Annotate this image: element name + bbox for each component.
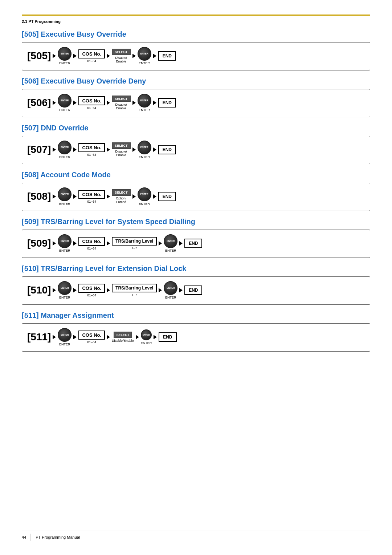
arrow-2-506	[73, 101, 77, 105]
enter2-label-505: ENTER	[139, 61, 150, 65]
trs-box-509: TRS/Barring Level	[112, 237, 157, 246]
enter-step-507: ENTER ENTER	[58, 141, 72, 159]
end-box-509: END	[184, 239, 202, 248]
end-step-507: END	[158, 145, 176, 154]
enter-step-510: ENTER ENTER	[58, 281, 72, 299]
enter2-label-508: ENTER	[139, 202, 150, 206]
diagram-505: [505] ENTER ENTER COS No. 01–64 SELECT D…	[22, 42, 370, 70]
enter-label-508: ENTER	[59, 202, 70, 206]
trs-box-510: TRS/Barring Level	[112, 284, 157, 292]
footer-sep: │	[29, 534, 33, 540]
end-box-508: END	[158, 192, 176, 201]
enter2-label-509: ENTER	[165, 249, 176, 252]
end-box-507: END	[158, 145, 176, 154]
enter-btn-505: ENTER	[58, 47, 72, 61]
diagram-508: [508] ENTER ENTER COS No. 01–64 SELECT O…	[22, 183, 370, 211]
cos-step-507: COS No. 01–64	[78, 143, 105, 157]
arrow-1-507	[53, 147, 56, 152]
code-507: [507]	[27, 144, 51, 155]
enter-btn2-507: ENTER	[138, 141, 151, 154]
trs-step-509: TRS/Barring Level 1–7	[112, 237, 157, 250]
arrow-4-507	[132, 147, 136, 152]
cos-box-506: COS No.	[78, 96, 105, 105]
section-506-title: [506] Executive Busy Override Deny	[22, 77, 370, 85]
code-511: [511]	[27, 331, 51, 343]
arrow-2	[73, 54, 77, 58]
section-511-title: [511] Manager Assignment	[22, 311, 370, 320]
enter-step-508: ENTER ENTER	[58, 187, 72, 206]
enter-btn-506: ENTER	[58, 94, 72, 108]
trs-label-509: 1–7	[132, 246, 137, 250]
select-label-505: Disable/Enable	[115, 56, 127, 63]
select-step-506: SELECT Disable/Enable	[112, 96, 131, 110]
diagram-506: [506] ENTER ENTER COS No. 01–64 SELECT D…	[22, 89, 370, 117]
enter-step-505: ENTER ENTER	[58, 47, 72, 65]
cos-step-505: COS No. 01–64	[78, 49, 105, 63]
arrow-1-511	[53, 335, 56, 339]
enter-btn-509: ENTER	[58, 234, 72, 248]
arrow-3-506	[107, 101, 110, 105]
cos-box-511: COS No.	[78, 331, 105, 340]
arrow-5-510	[179, 288, 183, 292]
diagram-507: [507] ENTER ENTER COS No. 01–64 SELECT D…	[22, 136, 370, 164]
select-label-511: Disable/Enable	[112, 339, 134, 343]
enter2-step-509: ENTER ENTER	[164, 234, 177, 252]
arrow-1-506	[53, 101, 56, 105]
enter-btn-510: ENTER	[58, 281, 72, 295]
code-506: [506]	[27, 97, 51, 109]
end-step-506: END	[158, 98, 176, 108]
enter-btn2-508: ENTER	[138, 187, 151, 201]
enter-btn-508: ENTER	[58, 187, 72, 201]
cos-step-510: COS No. 01–64	[78, 284, 105, 297]
cos-box-505: COS No.	[78, 49, 105, 58]
arrow-3-511	[107, 335, 110, 339]
footer-page: 44	[22, 535, 26, 539]
arrow-2-510	[73, 288, 77, 292]
cos-label-510: 01–64	[87, 293, 96, 297]
enter-step-511: ENTER ENTER	[58, 328, 72, 346]
enter-label-510: ENTER	[59, 296, 70, 299]
select-step-507: SELECT Disable/Enable	[112, 142, 131, 157]
arrow-4-510	[159, 288, 162, 292]
select-step-505: SELECT Disable/Enable	[112, 49, 131, 63]
enter-btn2-506: ENTER	[138, 94, 151, 108]
cos-step-511: COS No. 01–64	[78, 331, 105, 344]
enter-btn2-505: ENTER	[138, 47, 151, 61]
enter-label-507: ENTER	[59, 155, 70, 159]
footer-title: PT Programming Manual	[36, 535, 80, 539]
select-step-508: SELECT Option/Forced	[112, 189, 131, 204]
enter2-step-511: ENTER ENTER	[141, 329, 152, 345]
select-label-507: Disable/Enable	[115, 150, 127, 157]
enter2-step-505: ENTER ENTER	[138, 47, 151, 65]
arrow-2-507	[73, 147, 77, 152]
arrow-3-509	[107, 241, 110, 246]
arrow-3-507	[107, 147, 110, 152]
header-bar	[22, 15, 370, 16]
enter2-label-511: ENTER	[141, 341, 152, 345]
arrow-1-508	[53, 194, 56, 199]
select-step-511: SELECT Disable/Enable	[112, 332, 134, 343]
section-509-title: [509] TRS/Barring Level for System Speed…	[22, 218, 370, 226]
enter2-step-510: ENTER ENTER	[164, 281, 177, 299]
enter-label-505: ENTER	[59, 61, 70, 65]
code-509: [509]	[27, 238, 51, 249]
section-507-title: [507] DND Override	[22, 124, 370, 132]
code-508: [508]	[27, 191, 51, 202]
cos-label-506: 01–64	[87, 106, 96, 110]
arrow-3-508	[107, 194, 110, 199]
diagram-509: [509] ENTER ENTER COS No. 01–64 TRS/Barr…	[22, 230, 370, 258]
select-label-508: Option/Forced	[116, 197, 126, 204]
trs-label-510: 1–7	[132, 293, 137, 297]
cos-label-505: 01–64	[87, 59, 96, 63]
arrow-2-508	[73, 194, 77, 199]
enter-label-511: ENTER	[59, 343, 70, 346]
cos-step-506: COS No. 01–64	[78, 96, 105, 110]
code-505: [505]	[27, 50, 51, 62]
enter2-step-508: ENTER ENTER	[138, 187, 151, 206]
select-label-506: Disable/Enable	[115, 103, 127, 110]
cos-label-509: 01–64	[87, 247, 96, 250]
select-box-507: SELECT	[112, 142, 131, 149]
arrow-4-506	[132, 101, 136, 105]
arrow-1-510	[53, 288, 56, 292]
enter2-step-506: ENTER ENTER	[138, 94, 151, 112]
